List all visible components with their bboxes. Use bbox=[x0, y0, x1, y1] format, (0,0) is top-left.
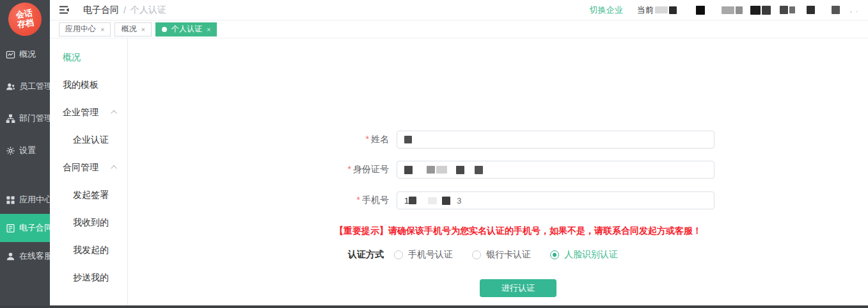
phone-visible-prefix: 1 bbox=[404, 196, 409, 206]
subnav-label: 我收到的 bbox=[73, 217, 109, 229]
radio-label: 银行卡认证 bbox=[486, 249, 531, 261]
auth-method-row: 认证方式 手机号认证 银行卡认证 人脸识别认证 bbox=[348, 249, 637, 261]
radio-icon[interactable] bbox=[472, 250, 481, 259]
app-logo-badge[interactable]: 会话 存档 bbox=[6, 1, 44, 38]
chevron-up-icon bbox=[111, 165, 117, 172]
subnav-label: 企业认证 bbox=[73, 134, 109, 146]
phone-input[interactable]: 1 3 bbox=[397, 191, 714, 209]
sidebar-item-label: 部门管理 bbox=[19, 113, 52, 124]
close-icon[interactable]: × bbox=[207, 26, 210, 33]
sidebar-item-employees[interactable]: 员工管理 bbox=[0, 70, 50, 102]
tab-label: 应用中心 bbox=[65, 24, 96, 35]
contract-icon bbox=[6, 223, 15, 233]
gear-icon bbox=[6, 146, 15, 156]
service-icon bbox=[6, 252, 15, 261]
radio-checked-icon[interactable] bbox=[550, 250, 559, 259]
logo: 会话 存档 bbox=[0, 0, 50, 38]
sidebar-item-label: 设置 bbox=[19, 145, 36, 156]
subnav-label: 抄送我的 bbox=[73, 272, 109, 284]
users-icon bbox=[6, 82, 15, 92]
app-window: 会话 存档 概况 bbox=[0, 0, 868, 308]
subnav-item-initiate-signing[interactable]: 发起签署 bbox=[50, 181, 127, 209]
close-icon[interactable]: × bbox=[100, 26, 104, 33]
sidebar-item-label: 员工管理 bbox=[19, 81, 52, 92]
radio-option-bankcard-auth[interactable]: 银行卡认证 bbox=[472, 249, 531, 261]
name-input[interactable] bbox=[397, 131, 714, 149]
radio-label: 手机号认证 bbox=[408, 249, 453, 261]
sidebar-item-label: 应用中心 bbox=[19, 194, 52, 206]
breadcrumb: 电子合同 / 个人认证 bbox=[83, 4, 166, 16]
sidebar-item-settings[interactable]: 设置 bbox=[0, 134, 50, 166]
tab-bar: 应用中心 × 概况 × 个人认证 × bbox=[50, 20, 868, 38]
sidebar-item-app-center[interactable]: 应用中心 bbox=[0, 186, 50, 214]
tab-label: 概况 bbox=[121, 24, 136, 35]
logo-line2: 存档 bbox=[17, 18, 35, 29]
grid-icon bbox=[6, 195, 15, 205]
subnav-item-enterprise-auth[interactable]: 企业认证 bbox=[50, 126, 127, 154]
horizontal-scrollbar[interactable] bbox=[0, 305, 868, 308]
id-number-field-label: *身份证号 bbox=[128, 164, 397, 175]
subnav-group-contract-mgmt[interactable]: 合同管理 bbox=[50, 154, 127, 181]
subnav-label: 概况 bbox=[63, 52, 81, 63]
sidebar-item-departments[interactable]: 部门管理 bbox=[0, 102, 50, 134]
sidebar-item-e-contract[interactable]: 电子合同 bbox=[0, 214, 50, 242]
id-number-input[interactable] bbox=[397, 161, 714, 179]
subnav-item-cc-me[interactable]: 抄送我的 bbox=[50, 264, 127, 291]
tab-label: 个人认证 bbox=[171, 24, 202, 35]
breadcrumb-separator: / bbox=[123, 5, 126, 15]
top-bar: 电子合同 / 个人认证 切换企业 当前 bbox=[50, 0, 868, 20]
important-notice-text: 【重要提示】请确保该手机号为您实名认证的手机号，如果不是，请联系合同发起方或客服… bbox=[335, 225, 702, 237]
chart-icon bbox=[6, 50, 15, 60]
radio-option-phone-auth[interactable]: 手机号认证 bbox=[394, 249, 453, 261]
required-marker: * bbox=[357, 195, 360, 205]
menu-fold-icon[interactable] bbox=[59, 5, 70, 15]
auth-method-label: 认证方式 bbox=[348, 249, 384, 261]
org-icon bbox=[6, 114, 15, 124]
breadcrumb-section[interactable]: 电子合同 bbox=[83, 4, 119, 16]
radio-option-face-auth[interactable]: 人脸识别认证 bbox=[550, 249, 618, 261]
subnav-label: 企业管理 bbox=[63, 107, 99, 118]
required-marker: * bbox=[348, 164, 351, 174]
main-content: *姓名 *身份证号 bbox=[128, 38, 868, 308]
close-icon[interactable]: × bbox=[141, 26, 145, 33]
current-company-redacted bbox=[654, 6, 840, 15]
current-company-prefix: 当前 bbox=[637, 4, 654, 16]
tab-overview[interactable]: 概况 × bbox=[114, 22, 151, 36]
radio-label: 人脸识别认证 bbox=[564, 249, 618, 261]
primary-sidebar: 会话 存档 概况 bbox=[0, 0, 50, 308]
tab-personal-auth[interactable]: 个人认证 × bbox=[155, 22, 217, 36]
subnav-label: 合同管理 bbox=[63, 162, 99, 174]
proceed-auth-button[interactable]: 进行认证 bbox=[480, 279, 556, 297]
breadcrumb-current: 个人认证 bbox=[130, 4, 166, 16]
phone-visible-suffix: 3 bbox=[457, 196, 461, 206]
sidebar-item-label: 在线客服 bbox=[19, 250, 52, 262]
chevron-up-icon bbox=[111, 110, 117, 117]
active-dot-icon bbox=[162, 27, 167, 32]
tab-app-center[interactable]: 应用中心 × bbox=[59, 22, 111, 36]
subnav-group-enterprise-mgmt[interactable]: 企业管理 bbox=[50, 99, 127, 126]
radio-icon[interactable] bbox=[394, 250, 403, 259]
sidebar-item-online-service[interactable]: 在线客服 bbox=[0, 242, 50, 270]
sidebar-item-overview[interactable]: 概况 bbox=[0, 38, 50, 70]
sidebar-item-label: 概况 bbox=[19, 49, 36, 60]
subnav-item-overview[interactable]: 概况 bbox=[50, 44, 127, 71]
subnav-item-received[interactable]: 我收到的 bbox=[50, 209, 127, 236]
subnav-item-my-templates[interactable]: 我的模板 bbox=[50, 71, 127, 99]
sidebar-item-label: 电子合同 bbox=[19, 222, 52, 234]
required-marker: * bbox=[366, 134, 369, 144]
phone-field-label: *手机号 bbox=[128, 195, 397, 206]
subnav-label: 我的模板 bbox=[63, 79, 99, 91]
subnav-label: 发起签署 bbox=[73, 190, 109, 201]
subnav-label: 我发起的 bbox=[73, 245, 109, 256]
redacted-trailing-marks: , . bbox=[850, 6, 859, 13]
switch-company-link[interactable]: 切换企业 bbox=[590, 4, 623, 16]
subnav-item-initiated[interactable]: 我发起的 bbox=[50, 236, 127, 264]
name-field-label: *姓名 bbox=[128, 134, 397, 145]
secondary-sidebar: 概况 我的模板 企业管理 企业认证 合同管理 发起签署 bbox=[50, 38, 128, 308]
